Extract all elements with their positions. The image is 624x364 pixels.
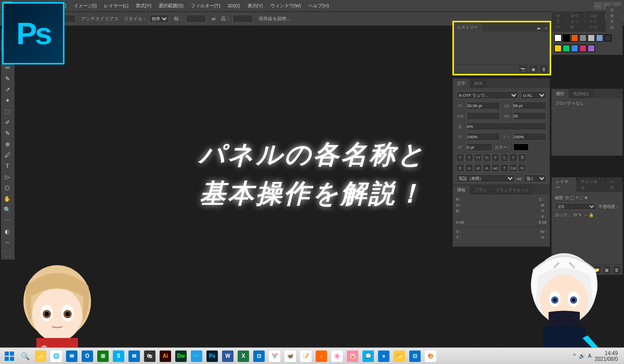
tab-info[interactable]: 情報 <box>453 186 470 194</box>
task-app3[interactable]: ⊡ <box>252 349 266 363</box>
panel-collapse-icon[interactable]: ◂▸ <box>535 25 543 32</box>
history-snapshot-icon[interactable]: 📷 <box>519 66 527 73</box>
panel-close-icon[interactable]: × <box>543 25 550 32</box>
swatch-item[interactable] <box>571 34 578 42</box>
menu-filter[interactable]: フィルター(T) <box>188 2 224 10</box>
task-twitter[interactable]: 🐦 <box>189 349 204 363</box>
width-input[interactable] <box>186 15 206 23</box>
tab-properties[interactable]: 属性 <box>552 89 568 98</box>
shift-input[interactable] <box>466 143 492 151</box>
refine-edge-button[interactable]: 境界線を調整... <box>258 16 291 22</box>
menu-window[interactable]: ウィンドウ(W) <box>267 2 305 10</box>
blend-select[interactable]: 通常 <box>555 203 596 210</box>
history-tab[interactable]: ヒストリー <box>453 23 482 32</box>
zoom-tool[interactable]: 🔍 <box>1 204 14 215</box>
a-btn[interactable]: A <box>483 164 491 172</box>
tab-copysrc[interactable]: コピーソース <box>585 11 605 32</box>
task-search[interactable]: 🔍 <box>18 349 32 363</box>
tab-paths[interactable]: パス <box>606 177 622 192</box>
mask-tool[interactable]: ↔ <box>1 237 14 248</box>
tab-layers[interactable]: レイヤー <box>552 177 576 192</box>
task-mail[interactable]: ✉ <box>64 349 79 363</box>
italic-btn[interactable]: T <box>465 153 473 162</box>
size-input[interactable] <box>466 101 500 110</box>
swatch-item[interactable] <box>554 45 562 52</box>
pen-tool[interactable]: 🖊 <box>1 150 14 160</box>
gradient-tool[interactable]: ⊕ <box>1 139 14 149</box>
fi-btn[interactable]: fi <box>456 164 464 172</box>
swatch-item[interactable] <box>571 45 578 52</box>
swatch-item[interactable] <box>604 34 612 42</box>
leading-input[interactable] <box>513 101 547 110</box>
task-notes[interactable]: 📝 <box>298 349 313 363</box>
task-app2[interactable]: ✉ <box>127 349 141 363</box>
lang-select[interactable]: 英語（米国） <box>456 174 515 183</box>
more-tool[interactable]: ⋯ <box>1 215 14 226</box>
task-app4[interactable]: 🦋 <box>283 349 297 363</box>
fgbg-tool[interactable]: ◐ <box>1 226 14 237</box>
system-tray[interactable]: ^ 🔊 A 14:49 2021/08/0 <box>573 350 622 362</box>
menu-help[interactable]: ヘルプ(H) <box>305 2 332 10</box>
hscale-input[interactable] <box>513 133 547 141</box>
tab-channels[interactable]: チャンネル <box>577 177 605 192</box>
swatch-item[interactable] <box>596 34 603 42</box>
task-dreamweaver[interactable]: Dw <box>174 349 188 363</box>
tracking-input[interactable] <box>513 112 547 120</box>
tray-volume-icon[interactable]: 🔊 <box>579 353 585 359</box>
eraser-tool[interactable]: ✎ <box>1 128 14 138</box>
style-select[interactable]: 標準 <box>149 15 169 23</box>
task-chat[interactable]: 💬 <box>361 349 375 363</box>
ord-btn[interactable]: 1st <box>509 164 517 172</box>
history-new-icon[interactable]: ▣ <box>530 66 537 73</box>
history-delete-icon[interactable]: 🗑 <box>540 66 548 73</box>
height-input[interactable] <box>232 15 253 23</box>
shape-tool[interactable]: ⬡ <box>1 183 14 193</box>
t-btn[interactable]: T <box>500 164 509 172</box>
tab-character[interactable]: 文字 <box>453 79 470 88</box>
tab-swatch[interactable]: スウォッチ <box>566 11 584 32</box>
menu-3d[interactable]: 3D(D) <box>225 2 243 9</box>
clock[interactable]: 14:49 2021/08/0 <box>595 350 618 362</box>
tab-brushpreset[interactable]: ブラシプリセット <box>491 186 533 194</box>
task-word[interactable]: W <box>220 349 235 363</box>
bold-btn[interactable]: T <box>456 153 464 162</box>
sigma-btn[interactable]: σ <box>465 164 473 172</box>
task-skype[interactable]: S <box>111 349 126 363</box>
tray-lang-icon[interactable]: A <box>588 353 592 359</box>
tray-up-icon[interactable]: ^ <box>573 353 576 359</box>
task-snip[interactable]: ✂️ <box>267 349 282 363</box>
tab-color[interactable]: カラー <box>552 11 566 32</box>
type-tool[interactable]: T <box>1 161 14 171</box>
tab-paragraph[interactable]: 段落 <box>470 79 487 88</box>
menu-image[interactable]: イメージ(I) <box>71 2 100 10</box>
task-app8[interactable]: ⊡ <box>408 349 422 363</box>
task-paint[interactable]: 🎨 <box>423 349 438 363</box>
task-excel[interactable]: X <box>236 349 251 363</box>
start-button[interactable] <box>2 350 17 362</box>
super-btn[interactable]: T' <box>491 153 500 162</box>
task-app1[interactable]: ⊞ <box>96 349 110 363</box>
eyedropper-tool[interactable]: ✎ <box>1 73 14 84</box>
swatch-item[interactable] <box>563 34 570 42</box>
underline-btn[interactable]: T <box>509 153 517 162</box>
tab-brush[interactable]: ブラシ <box>470 186 491 194</box>
swatch-item[interactable] <box>579 45 587 52</box>
menu-view[interactable]: 表示(V) <box>244 2 266 10</box>
menu-layer[interactable]: レイヤー(L) <box>101 2 132 10</box>
swatch-item[interactable] <box>554 34 562 42</box>
task-music[interactable]: ♪ <box>314 349 329 363</box>
strike-btn[interactable]: T̶ <box>518 153 526 162</box>
sub-btn[interactable]: T, <box>500 153 509 162</box>
brush-tool[interactable]: ✦ <box>1 95 14 106</box>
task-photoshop[interactable]: Ps <box>205 349 219 363</box>
st-btn[interactable]: st <box>474 164 482 172</box>
menu-type[interactable]: 書式(Y) <box>133 2 154 10</box>
task-app5[interactable]: 🌸 <box>330 349 344 363</box>
ad-btn[interactable]: ad <box>491 164 500 172</box>
history-brush-tool[interactable]: ✐ <box>1 117 14 127</box>
stamp-tool[interactable]: ⬚ <box>1 106 14 116</box>
aa-select[interactable]: 強く <box>524 174 547 183</box>
caps-btn[interactable]: TT <box>474 153 482 162</box>
weight-select[interactable]: U-KL <box>521 91 547 99</box>
tab-styles[interactable]: スタイル <box>606 6 622 32</box>
